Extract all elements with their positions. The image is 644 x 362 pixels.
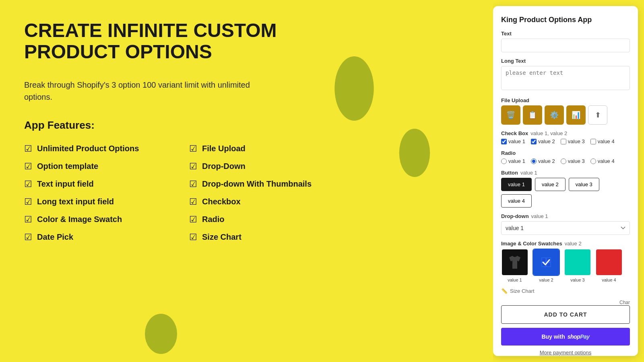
checkbox-input-2[interactable] (531, 139, 537, 144)
feature-text: Radio (202, 215, 225, 224)
file-upload-btn[interactable]: ⬆ (588, 105, 607, 125)
feature-text: Text input field (37, 179, 94, 189)
feature-item: ☑ Drop-Down (189, 161, 338, 172)
checkbox-group: value 1 value 2 value 3 value 4 (501, 138, 630, 144)
file-upload-section: File Upload 🗑️ 📋 ⚙️ 📊 ⬆ (501, 97, 630, 125)
feature-text: Drop-Down (202, 162, 246, 171)
decorative-blob-1 (334, 56, 374, 121)
checkmark-icon: ☑ (189, 232, 197, 243)
buy-now-text: Buy with (541, 333, 565, 340)
feature-text: Long text input field (37, 197, 114, 206)
swatch-img-4 (595, 249, 623, 276)
product-options-card: King Product Options App Text Long Text … (493, 6, 638, 356)
feature-item: ☑ Radio (189, 214, 338, 225)
feature-item: ☑ Size Chart (189, 232, 338, 243)
swatch-img-3 (564, 249, 591, 276)
features-heading: App Features: (24, 119, 473, 132)
file-icon-1[interactable]: 🗑️ (501, 105, 520, 125)
checkbox-section: Check Box value 1, value 2 value 1 value… (501, 130, 630, 144)
swatch-img-2 (533, 249, 560, 276)
swatch-2[interactable]: value 2 (533, 249, 560, 282)
long-text-input[interactable] (501, 66, 630, 90)
feature-item: ☑ Color & Image Swatch (24, 214, 173, 225)
feature-item: ☑ Checkbox (189, 197, 338, 207)
btn-option-4[interactable]: value 4 (501, 194, 532, 208)
left-panel: CREATE INFINITE CUSTOM PRODUCT OPTIONS B… (0, 0, 493, 362)
checkmark-icon: ☑ (189, 144, 197, 154)
button-label: Button value 1 (501, 170, 630, 176)
radio-item-3[interactable]: value 3 (561, 158, 585, 164)
text-input[interactable] (501, 39, 630, 52)
decorative-blob-3 (145, 314, 177, 354)
swatch-1[interactable]: value 1 (501, 249, 528, 282)
checkmark-icon: ☑ (24, 144, 32, 154)
swatch-label-2: value 2 (539, 278, 553, 282)
file-icon-4[interactable]: 📊 (566, 105, 586, 125)
radio-input-3[interactable] (561, 158, 566, 164)
radio-item-1[interactable]: value 1 (501, 158, 525, 164)
buy-now-button[interactable]: Buy with shopPay (501, 328, 630, 346)
feature-item: ☑ File Upload (189, 144, 338, 154)
dropdown-section: Drop-down value 1 value 1 value 2 value … (501, 213, 630, 235)
swatch-3[interactable]: value 3 (564, 249, 591, 282)
radio-input-2[interactable] (531, 158, 537, 164)
swatch-img-1 (501, 249, 528, 276)
feature-item: ☑ Option template (24, 161, 173, 172)
feature-item: ☑ Unlimited Product Options (24, 144, 173, 154)
radio-input-1[interactable] (501, 158, 507, 164)
radio-input-4[interactable] (590, 158, 596, 164)
btn-option-2[interactable]: value 2 (535, 178, 566, 191)
add-to-cart-button[interactable]: ADD TO CART (501, 305, 630, 324)
checkmark-icon: ☑ (24, 161, 32, 172)
file-upload-row: 🗑️ 📋 ⚙️ 📊 ⬆ (501, 105, 630, 125)
checkmark-icon: ☑ (24, 232, 32, 243)
ruler-icon: 📏 (501, 288, 508, 294)
radio-item-2[interactable]: value 2 (531, 158, 555, 164)
feature-text: Color & Image Swatch (37, 215, 122, 224)
feature-text: Checkbox (202, 197, 241, 206)
swatch-label-1: value 1 (508, 278, 522, 282)
swatches-label: Image & Color Swatches value 2 (501, 241, 630, 247)
file-upload-label: File Upload (501, 97, 630, 103)
feature-text: Date Pick (37, 232, 73, 242)
btn-option-1[interactable]: value 1 (501, 178, 532, 191)
feature-item: ☑ Text input field (24, 179, 173, 189)
checkbox-label: Check Box value 1, value 2 (501, 130, 630, 136)
checkmark-icon: ☑ (189, 179, 197, 189)
checkbox-input-3[interactable] (561, 139, 566, 144)
checkbox-item-4[interactable]: value 4 (590, 138, 615, 144)
radio-section: Radio value 1 value 2 value 3 value 4 (501, 150, 630, 164)
btn-option-3[interactable]: value 3 (569, 178, 599, 191)
features-grid: ☑ Unlimited Product Options ☑ File Uploa… (24, 144, 338, 243)
feature-text: Drop-down With Thumbnails (202, 179, 312, 189)
page-title: CREATE INFINITE CUSTOM PRODUCT OPTIONS (24, 20, 306, 63)
file-icon-2[interactable]: 📋 (523, 105, 542, 125)
feature-text: Unlimited Product Options (37, 144, 139, 153)
size-chart-link[interactable]: 📏 Size Chart (501, 288, 630, 294)
long-text-label: Long Text (501, 58, 630, 64)
char-count: Char (501, 300, 630, 305)
checkbox-item-3[interactable]: value 3 (561, 138, 585, 144)
checkbox-input-4[interactable] (590, 139, 596, 144)
feature-text: Option template (37, 162, 98, 171)
dropdown-select[interactable]: value 1 value 2 value 3 (501, 221, 630, 235)
swatch-label-4: value 4 (602, 278, 616, 282)
feature-item: ☑ Long text input field (24, 197, 173, 207)
radio-item-4[interactable]: value 4 (590, 158, 615, 164)
card-title: King Product Options App (501, 16, 630, 24)
swatches-grid: value 1 value 2 (501, 249, 630, 282)
dropdown-label: Drop-down value 1 (501, 213, 630, 219)
checkmark-icon: ☑ (189, 214, 197, 225)
swatch-label-3: value 3 (570, 278, 584, 282)
shoppay-icon: shopPay (568, 333, 590, 340)
more-payment-link[interactable]: More payment options (501, 350, 630, 356)
checkbox-item-1[interactable]: value 1 (501, 138, 525, 144)
checkbox-input-1[interactable] (501, 139, 507, 144)
feature-text: Size Chart (202, 232, 242, 242)
file-icon-3[interactable]: ⚙️ (545, 105, 564, 125)
radio-group: value 1 value 2 value 3 value 4 (501, 158, 630, 164)
checkbox-item-2[interactable]: value 2 (531, 138, 555, 144)
swatch-4[interactable]: value 4 (595, 249, 623, 282)
subtitle-text: Break through Shopify's 3 option 100 var… (24, 79, 266, 103)
feature-item: ☑ Drop-down With Thumbnails (189, 179, 338, 189)
